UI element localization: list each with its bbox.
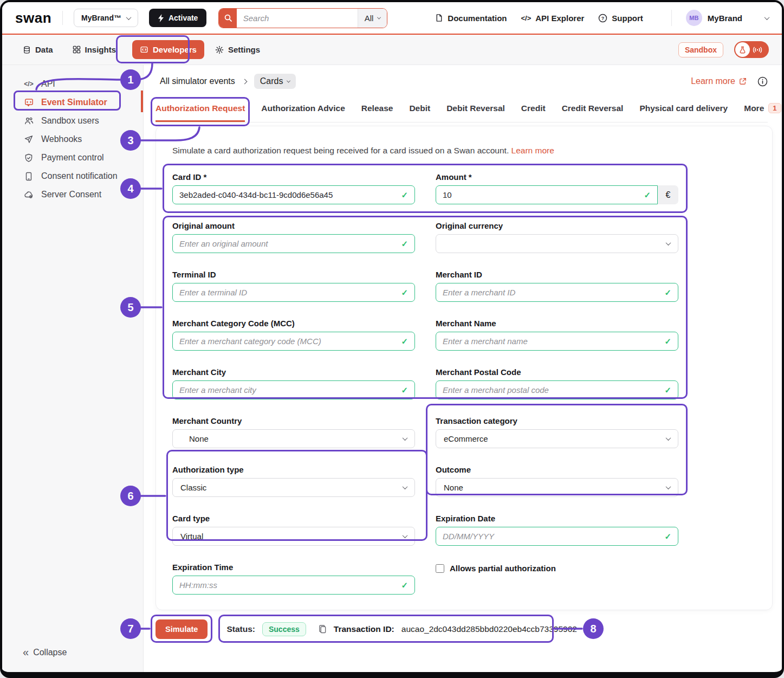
intro-learn-more-link[interactable]: Learn more xyxy=(511,146,554,155)
card-type-select[interactable]: Virtual xyxy=(172,527,415,546)
chevron-down-icon xyxy=(403,435,408,441)
collapse-sidebar-button[interactable]: « Collapse xyxy=(23,646,67,658)
users-icon xyxy=(24,117,34,125)
expiration-date-input[interactable] xyxy=(443,532,660,541)
activate-button[interactable]: Activate xyxy=(149,9,206,27)
search-scope-dropdown[interactable]: All xyxy=(358,9,387,28)
original-currency-select[interactable] xyxy=(436,234,678,253)
nav-item-data[interactable]: Data xyxy=(23,45,53,54)
divider xyxy=(62,11,63,25)
expiration-date-label: Expiration Date xyxy=(436,514,678,523)
merchant-id-input[interactable] xyxy=(443,288,660,297)
sidebar-item-webhooks[interactable]: Webhooks xyxy=(2,130,143,148)
breadcrumb: All simulator events Cards Learn more xyxy=(160,74,768,89)
allows-partial-authorization-checkbox[interactable] xyxy=(436,564,444,573)
authorization-type-select[interactable]: Classic xyxy=(172,478,415,497)
breadcrumb-current-dropdown[interactable]: Cards xyxy=(254,74,296,89)
tab-physical-card-delivery[interactable]: Physical card delivery xyxy=(639,104,728,122)
nav-data-label: Data xyxy=(35,45,53,54)
card-id-label: Card ID * xyxy=(172,172,415,182)
external-link-icon xyxy=(739,78,747,85)
sandbox-live-toggle[interactable] xyxy=(734,41,769,58)
broadcast-icon xyxy=(753,46,762,54)
code-icon: </> xyxy=(24,80,34,88)
valid-check-icon: ✓ xyxy=(664,288,671,298)
copy-icon[interactable] xyxy=(319,624,327,634)
shield-check-icon xyxy=(24,153,34,163)
sidebar-item-sandbox-users[interactable]: Sandbox users xyxy=(2,112,143,130)
swan-dashboard-window: swan MyBrand™ Activate All Documentation xyxy=(0,0,784,678)
chevron-down-icon xyxy=(764,15,770,20)
nav-item-settings[interactable]: Settings xyxy=(215,45,260,54)
transaction-category-select[interactable]: eCommerce xyxy=(436,429,678,448)
collapse-label: Collapse xyxy=(33,648,67,657)
tab-credit[interactable]: Credit xyxy=(521,104,546,122)
sidebar-item-payment-control[interactable]: Payment control xyxy=(2,148,143,167)
breadcrumb-root[interactable]: All simulator events xyxy=(160,76,235,86)
sidebar-item-api[interactable]: </> API xyxy=(2,75,143,93)
tab-more[interactable]: More 1 xyxy=(744,103,784,122)
documentation-link[interactable]: Documentation xyxy=(435,14,507,23)
nav-settings-label: Settings xyxy=(228,45,260,54)
mcc-input[interactable] xyxy=(179,337,397,346)
simulate-button[interactable]: Simulate xyxy=(155,619,208,639)
sidebar-item-event-simulator[interactable]: Event Simulator xyxy=(2,93,143,112)
event-simulator-icon xyxy=(24,98,34,107)
svg-text:?: ? xyxy=(601,15,605,21)
sidebar-event-simulator-label: Event Simulator xyxy=(41,98,107,107)
valid-check-icon: ✓ xyxy=(401,239,408,249)
api-explorer-link[interactable]: </> API Explorer xyxy=(521,14,584,23)
outcome-label: Outcome xyxy=(436,465,678,474)
tab-authorization-advice[interactable]: Authorization Advice xyxy=(261,104,345,122)
documentation-label: Documentation xyxy=(448,14,507,23)
support-link[interactable]: ? Support xyxy=(598,14,643,23)
tab-debit[interactable]: Debit xyxy=(409,104,430,122)
merchant-city-input[interactable] xyxy=(179,385,397,395)
original-amount-input[interactable] xyxy=(179,239,397,248)
tab-debit-reversal[interactable]: Debit Reversal xyxy=(446,104,505,122)
card-id-input[interactable] xyxy=(179,190,397,199)
info-icon[interactable] xyxy=(757,76,768,87)
brand-selector-label: MyBrand™ xyxy=(81,14,121,22)
sidebar-item-consent-notification[interactable]: Consent notification xyxy=(2,167,143,185)
valid-check-icon: ✓ xyxy=(401,190,408,200)
event-tabs: Authorization Request Authorization Advi… xyxy=(155,103,768,122)
merchant-postal-code-input[interactable] xyxy=(443,385,660,395)
search-input[interactable] xyxy=(237,9,358,28)
top-header: swan MyBrand™ Activate All Documentation xyxy=(2,2,782,34)
gear-icon xyxy=(215,46,224,54)
merchant-country-select[interactable]: None xyxy=(172,429,415,448)
nav-item-developers[interactable]: Developers xyxy=(132,40,204,59)
merchant-country-label: Merchant Country xyxy=(172,416,415,425)
field-terminal-id: Terminal ID ✓ xyxy=(172,270,415,302)
sidebar-api-label: API xyxy=(41,79,55,89)
terminal-id-input[interactable] xyxy=(179,288,397,297)
valid-check-icon: ✓ xyxy=(664,532,671,541)
chevron-down-icon xyxy=(403,533,408,538)
account-menu[interactable]: MB MyBrand xyxy=(671,10,769,26)
field-transaction-category: Transaction category eCommerce xyxy=(436,416,678,448)
form-actions: Simulate Status: Success Transaction ID:… xyxy=(155,615,768,643)
field-card-id: Card ID * ✓ xyxy=(172,172,415,204)
merchant-postal-code-label: Merchant Postal Code xyxy=(436,367,678,377)
outcome-select[interactable]: None xyxy=(436,478,678,497)
sandbox-badge[interactable]: Sandbox xyxy=(678,42,723,57)
amount-input[interactable] xyxy=(443,190,639,199)
tab-authorization-request[interactable]: Authorization Request xyxy=(155,104,245,122)
sidebar-item-server-consent[interactable]: Server Consent xyxy=(2,185,143,204)
search-icon[interactable] xyxy=(219,9,236,28)
amount-label: Amount * xyxy=(436,172,678,182)
merchant-id-label: Merchant ID xyxy=(436,270,678,279)
learn-more-link[interactable]: Learn more xyxy=(691,76,747,86)
simulator-form-card: Simulate a card authorization request be… xyxy=(155,126,773,610)
activate-label: Activate xyxy=(169,14,198,22)
brand-selector[interactable]: MyBrand™ xyxy=(74,9,138,27)
account-name: MyBrand xyxy=(708,14,742,23)
nav-item-insights[interactable]: Insights xyxy=(73,45,116,54)
transaction-category-label: Transaction category xyxy=(436,416,678,425)
tab-release[interactable]: Release xyxy=(361,104,393,122)
chevron-down-icon xyxy=(126,15,131,20)
tab-credit-reversal[interactable]: Credit Reversal xyxy=(562,104,624,122)
expiration-time-input[interactable] xyxy=(179,580,397,590)
merchant-name-input[interactable] xyxy=(443,337,660,346)
